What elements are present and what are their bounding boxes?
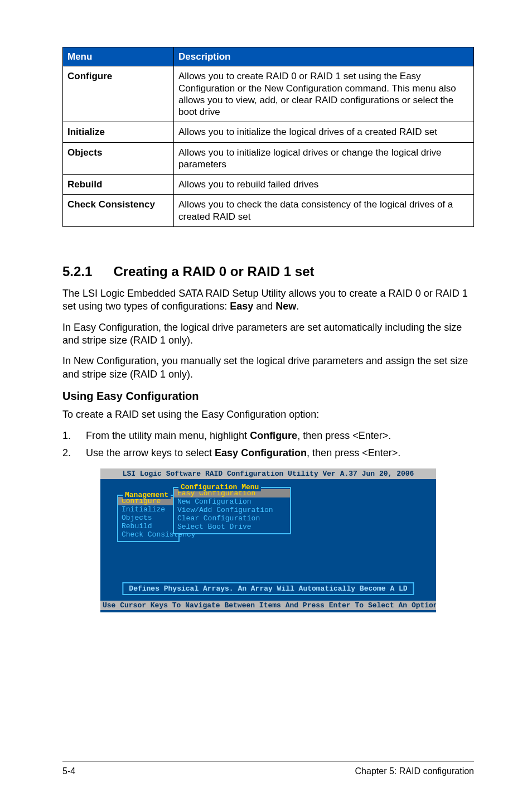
text: . [296,301,299,312]
list-item: 2. Use the arrow keys to select Easy Con… [62,446,474,460]
subsection-heading: Using Easy Configuration [62,390,474,403]
table-cell-menu: Initialize [63,122,174,142]
status-message-box: Defines Physical Arrays. An Array Will A… [122,582,414,595]
table-row: Configure Allows you to create RAID 0 or… [63,66,474,122]
management-menu-title: Management [123,491,171,499]
table-row: Check Consistency Allows you to check th… [63,195,474,227]
table-cell-menu: Rebuild [63,175,174,195]
table-cell-desc: Allows you to rebuild failed drives [173,175,473,195]
paragraph: To create a RAID set using the Easy Conf… [62,408,474,421]
table-cell-menu: Configure [63,66,174,122]
configuration-menu-item-new[interactable]: New Configuration [174,497,290,506]
step-text: Use the arrow keys to select Easy Config… [86,446,400,460]
page-footer: 5-4 Chapter 5: RAID configuration [62,761,474,776]
table-header-menu: Menu [63,47,174,66]
ordered-steps: 1. From the utility main menu, highlight… [62,429,474,460]
text: Use the arrow keys to select [86,447,215,458]
configuration-menu-panel: Configuration Menu Easy Configuration Ne… [173,487,291,534]
configuration-menu-item-clear[interactable]: Clear Configuration [174,514,290,523]
step-number: 1. [62,429,86,442]
configuration-menu-title: Configuration Menu [178,483,261,491]
text-bold: Configure [250,430,297,441]
table-row: Rebuild Allows you to rebuild failed dri… [63,175,474,195]
table-cell-desc: Allows you to check the data consistency… [173,195,473,227]
management-menu-item-initialize[interactable]: Initialize [118,505,178,514]
management-menu-item-objects[interactable]: Objects [118,514,178,522]
list-item: 1. From the utility main menu, highlight… [62,429,474,442]
table-cell-menu: Check Consistency [63,195,174,227]
text-bold: Easy [230,301,253,312]
table-cell-menu: Objects [63,142,174,175]
table-row: Initialize Allows you to initialize the … [63,122,474,142]
text-bold: Easy Configuration [215,447,307,458]
utility-title-bar: LSI Logic Software RAID Configuration Ut… [100,468,436,479]
paragraph: In New Configuration, you manually set t… [62,355,474,381]
text: , then press <Enter>. [307,447,400,458]
section-title: Creating a RAID 0 or RAID 1 set [113,264,314,279]
menu-description-table: Menu Description Configure Allows you to… [62,47,474,227]
text: , then press <Enter>. [297,430,391,441]
step-number: 2. [62,446,86,460]
table-row: Objects Allows you to initialize logical… [63,142,474,175]
table-cell-desc: Allows you to initialize logical drives … [173,142,473,175]
configuration-menu-item-view-add[interactable]: View/Add Configuration [174,506,290,514]
text: From the utility main menu, highlight [86,430,250,441]
management-menu-item-check-consistency[interactable]: Check Consistency [118,530,178,539]
paragraph: The LSI Logic Embedded SATA RAID Setup U… [62,287,474,313]
text-bold: New [275,301,296,312]
paragraph: In Easy Configuration, the logical drive… [62,321,474,347]
management-menu-item-rebuild[interactable]: Rebuild [118,522,178,530]
management-menu-panel: Management Configure Initialize Objects … [117,495,180,542]
configuration-menu-item-boot-drive[interactable]: Select Boot Drive [174,523,290,531]
section-number: 5.2.1 [62,264,92,279]
raid-utility-screenshot: LSI Logic Software RAID Configuration Ut… [100,468,436,612]
chapter-label: Chapter 5: RAID configuration [355,766,474,776]
step-text: From the utility main menu, highlight Co… [86,429,391,442]
table-cell-desc: Allows you to create RAID 0 or RAID 1 se… [173,66,473,122]
table-cell-desc: Allows you to initialize the logical dri… [173,122,473,142]
text: and [253,301,275,312]
page-number: 5-4 [62,766,75,776]
table-header-description: Description [173,47,473,66]
section-heading: 5.2.1Creating a RAID 0 or RAID 1 set [62,264,474,279]
navigation-hint-bar: Use Cursor Keys To Navigate Between Item… [100,601,436,610]
